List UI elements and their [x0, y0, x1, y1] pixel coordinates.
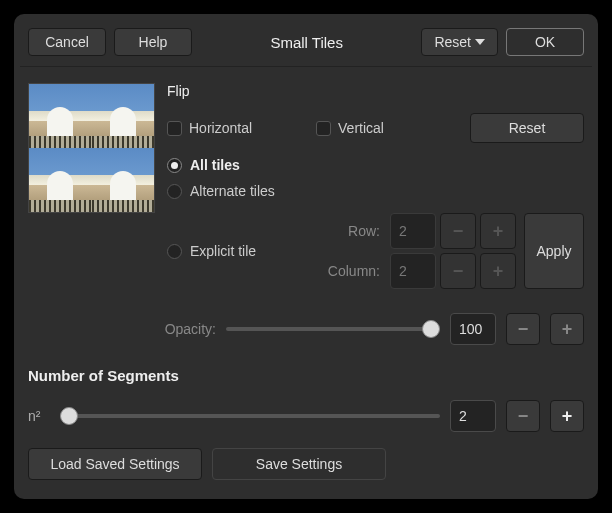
opacity-slider[interactable] — [226, 319, 440, 339]
column-label: Column: — [328, 263, 386, 279]
slider-thumb-icon — [422, 320, 440, 338]
opacity-input[interactable] — [450, 313, 496, 345]
load-settings-button[interactable]: Load Saved Settings — [28, 448, 202, 480]
row-label: Row: — [328, 223, 386, 239]
footer-row: Load Saved Settings Save Settings — [28, 448, 584, 480]
segments-slider[interactable] — [60, 406, 440, 426]
row-decrement-button[interactable]: − — [440, 213, 476, 249]
chevron-down-icon — [475, 39, 485, 45]
help-button[interactable]: Help — [114, 28, 192, 56]
explicit-tile-radio[interactable]: Explicit tile — [167, 243, 256, 259]
segments-decrement-button[interactable]: − — [506, 400, 540, 432]
radio-icon — [167, 244, 182, 259]
reset-menu-button[interactable]: Reset — [421, 28, 498, 56]
alternate-tiles-label: Alternate tiles — [190, 183, 275, 199]
segments-increment-button[interactable]: + — [550, 400, 584, 432]
checkbox-icon — [316, 121, 331, 136]
all-tiles-label: All tiles — [190, 157, 240, 173]
segments-section: Number of Segments n² − + — [28, 367, 584, 432]
radio-icon — [167, 184, 182, 199]
small-tiles-dialog: Cancel Help Small Tiles Reset OK Flip Ho… — [14, 14, 598, 499]
opacity-decrement-button[interactable]: − — [506, 313, 540, 345]
vertical-label: Vertical — [338, 120, 384, 136]
opacity-label: Opacity: — [28, 321, 216, 337]
flip-heading: Flip — [167, 83, 584, 99]
explicit-tile-label: Explicit tile — [190, 243, 256, 259]
slider-thumb-icon — [60, 407, 78, 425]
vertical-checkbox[interactable]: Vertical — [316, 120, 384, 136]
preview-thumbnail — [28, 83, 155, 213]
dialog-content: Flip Horizontal Vertical Reset — [20, 66, 592, 499]
all-tiles-radio[interactable]: All tiles — [167, 157, 584, 173]
save-settings-button[interactable]: Save Settings — [212, 448, 386, 480]
apply-button[interactable]: Apply — [524, 213, 584, 289]
dialog-header: Cancel Help Small Tiles Reset OK — [14, 14, 598, 66]
checkbox-icon — [167, 121, 182, 136]
flip-section: Flip Horizontal Vertical Reset — [167, 83, 584, 289]
horizontal-label: Horizontal — [189, 120, 252, 136]
row-increment-button[interactable]: + — [480, 213, 516, 249]
dialog-title: Small Tiles — [200, 34, 413, 51]
alternate-tiles-radio[interactable]: Alternate tiles — [167, 183, 584, 199]
reset-label: Reset — [434, 34, 471, 50]
segments-input[interactable] — [450, 400, 496, 432]
cancel-button[interactable]: Cancel — [28, 28, 106, 56]
flip-reset-button[interactable]: Reset — [470, 113, 584, 143]
ok-button[interactable]: OK — [506, 28, 584, 56]
row-col-grid: Row: − + Column: − + — [328, 213, 516, 289]
row-input[interactable] — [390, 213, 436, 249]
column-decrement-button[interactable]: − — [440, 253, 476, 289]
horizontal-checkbox[interactable]: Horizontal — [167, 120, 252, 136]
radio-icon — [167, 158, 182, 173]
column-increment-button[interactable]: + — [480, 253, 516, 289]
opacity-row: Opacity: − + — [28, 313, 584, 345]
n-squared-label: n² — [28, 408, 50, 424]
column-input[interactable] — [390, 253, 436, 289]
segments-heading: Number of Segments — [28, 367, 584, 384]
opacity-increment-button[interactable]: + — [550, 313, 584, 345]
